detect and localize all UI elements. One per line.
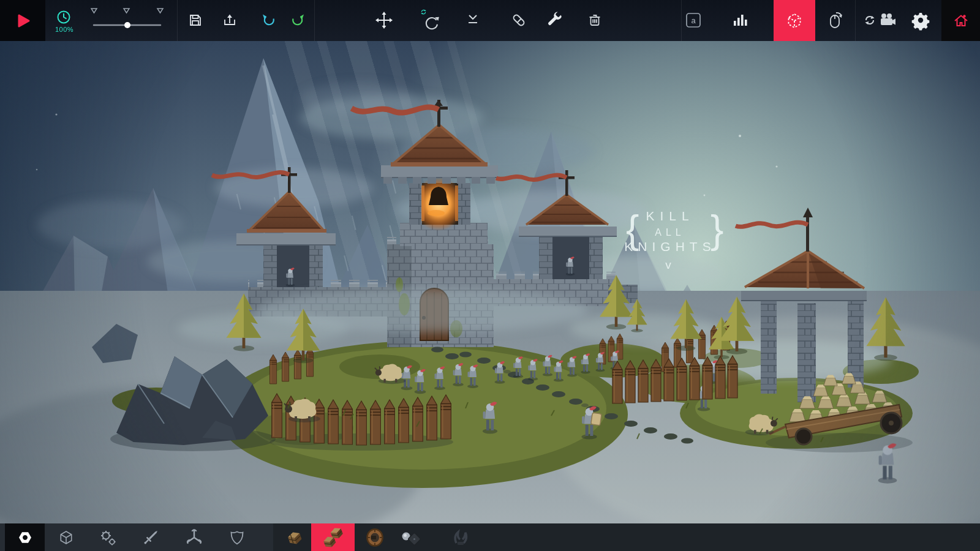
- block-item-ball-joint-plate[interactable]: [394, 523, 426, 551]
- camera-mode-icon: [865, 10, 897, 30]
- auto-rotate-mini-icon: [421, 10, 426, 15]
- mouse-settings-button[interactable]: [822, 7, 849, 34]
- block-item-powered-wheel[interactable]: [359, 523, 391, 551]
- load-icon: [221, 11, 239, 29]
- gears-icon: [99, 528, 117, 547]
- double-wooden-block-thumb: [320, 525, 347, 550]
- ghost-blocks-tab[interactable]: [774, 0, 815, 41]
- svg-text:a: a: [691, 16, 696, 25]
- level-viewport[interactable]: { KILL ALL KNIGHTS } v: [0, 41, 980, 551]
- redo-icon: [288, 10, 307, 30]
- block-item-grabber[interactable]: [445, 523, 477, 551]
- rotate-tool-icon: [417, 6, 443, 34]
- place-on-ground-button[interactable]: [459, 7, 486, 34]
- ghost-blocks-cube-icon: [784, 10, 805, 31]
- play-icon: [12, 10, 33, 31]
- category-tab-blocks[interactable]: [50, 523, 82, 551]
- propeller-icon: [186, 529, 203, 546]
- slider-knob[interactable]: [124, 22, 130, 28]
- keymap-key-icon: a: [683, 10, 704, 31]
- category-tab-weapons[interactable]: [135, 523, 167, 551]
- category-tab-flight[interactable]: [178, 523, 210, 551]
- toolbar-divider: [855, 0, 856, 41]
- undo-icon: [259, 10, 279, 30]
- mouse-settings-icon: [824, 9, 846, 31]
- settings-gear-icon: [910, 10, 931, 31]
- slider-markers: [91, 9, 163, 13]
- speed-slider[interactable]: [91, 0, 164, 41]
- powered-wheel-thumb: [364, 527, 386, 549]
- cube-icon: [58, 530, 74, 545]
- translate-tool-button[interactable]: [371, 7, 398, 34]
- save-button[interactable]: [182, 7, 209, 34]
- erase-tool-button[interactable]: [505, 7, 532, 34]
- adjust-tool-button[interactable]: [541, 7, 568, 34]
- category-tab-mechanical[interactable]: [92, 523, 124, 551]
- ball-joint-plate-thumb: [398, 527, 423, 548]
- load-button[interactable]: [216, 7, 243, 34]
- machine-stats-button[interactable]: [727, 7, 754, 34]
- camera-mode-button[interactable]: [864, 7, 898, 34]
- machine-stats-icon: [731, 10, 750, 30]
- settings-button[interactable]: [907, 7, 934, 34]
- home-icon: [951, 10, 971, 31]
- block-item-double-wooden-block[interactable]: [311, 523, 355, 551]
- shield-icon: [229, 530, 245, 545]
- keymap-button[interactable]: a: [680, 7, 707, 34]
- home-tab[interactable]: [941, 0, 980, 41]
- translate-tool-icon: [374, 10, 394, 31]
- simulation-speed-value: 100%: [50, 26, 78, 33]
- grabber-thumb: [450, 527, 471, 548]
- sword-icon: [142, 529, 159, 546]
- play-tab[interactable]: [0, 0, 45, 41]
- nut-icon: [17, 530, 33, 545]
- simulation-speed-clock-icon: [55, 8, 73, 26]
- rotate-tool-button[interactable]: [417, 7, 443, 34]
- toolbar-divider: [177, 0, 178, 41]
- block-toolbar: [0, 523, 980, 551]
- place-on-ground-icon: [463, 10, 483, 30]
- vignette: [0, 41, 980, 551]
- category-tab-armour[interactable]: [221, 523, 253, 551]
- toolbar-divider: [314, 0, 315, 41]
- block-item-wooden-block[interactable]: [279, 523, 311, 551]
- delete-tool-button[interactable]: [581, 7, 608, 34]
- wooden-block-thumb: [284, 527, 305, 548]
- undo-button[interactable]: [255, 7, 282, 34]
- erase-tool-icon: [509, 10, 529, 30]
- save-icon: [186, 11, 205, 29]
- adjust-tool-icon: [545, 10, 565, 30]
- category-tab-basics[interactable]: [5, 523, 45, 551]
- delete-tool-icon: [585, 10, 605, 30]
- top-toolbar: 100%: [0, 0, 980, 41]
- redo-button[interactable]: [284, 7, 311, 34]
